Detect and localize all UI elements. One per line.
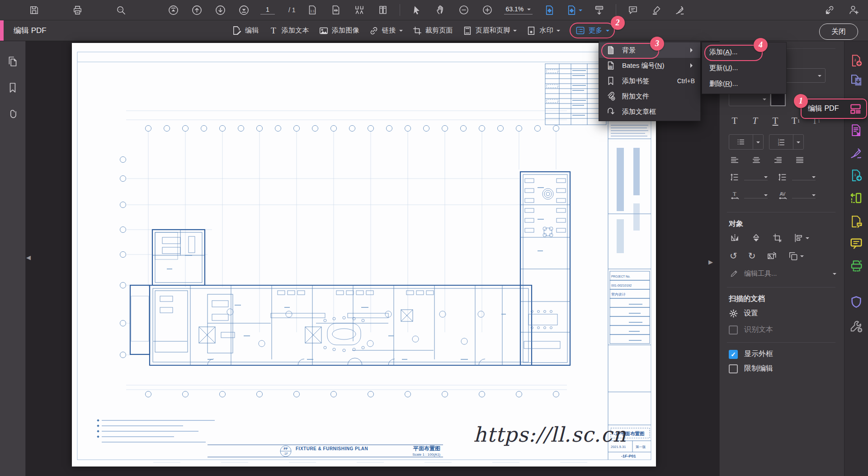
- last-page-icon[interactable]: [237, 3, 250, 17]
- link-button[interactable]: 链接: [369, 26, 403, 36]
- align-objects-button[interactable]: [793, 233, 809, 243]
- scan-ocr-tool-icon[interactable]: [849, 259, 863, 273]
- bold-button[interactable]: T: [726, 113, 743, 128]
- align-justify-icon[interactable]: [795, 155, 805, 165]
- share-icon[interactable]: [823, 3, 836, 17]
- expand-right-pane-icon[interactable]: ▶: [708, 259, 713, 265]
- edit-pdf-tool-callout[interactable]: 编辑 PDF 1: [801, 99, 867, 119]
- header-footer-button[interactable]: 页眉和页脚: [462, 26, 517, 36]
- two-page-view-icon[interactable]: [376, 3, 390, 17]
- recognize-text-checkbox[interactable]: [729, 325, 738, 335]
- edit-button[interactable]: 编辑: [231, 25, 259, 36]
- rotate-left-icon[interactable]: ↺: [730, 251, 737, 261]
- sign-tool-icon[interactable]: [673, 3, 687, 17]
- menu-item-add-article-box[interactable]: 添加文章框: [599, 104, 700, 119]
- search-icon[interactable]: [114, 3, 127, 17]
- crop-object-icon[interactable]: [772, 233, 783, 243]
- comment-tool-strip-icon[interactable]: [849, 236, 863, 250]
- menu-item-bates-numbering[interactable]: Bates 编号(N): [599, 58, 700, 73]
- menu-item-attach-file[interactable]: 附加文件: [599, 89, 700, 104]
- request-signatures-tool-icon[interactable]: [849, 215, 863, 228]
- align-left-icon[interactable]: [730, 155, 740, 165]
- mode-accent-bar: [0, 20, 4, 41]
- menu-shortcut: Ctrl+B: [677, 77, 695, 85]
- replace-image-icon[interactable]: [767, 251, 777, 261]
- zoom-level-select[interactable]: 63.1%: [504, 5, 533, 14]
- char-spacing-select[interactable]: [744, 192, 768, 198]
- previous-page-icon[interactable]: [190, 3, 203, 17]
- protect-tool-icon[interactable]: [849, 295, 863, 309]
- edit-pdf-toolbar: 编辑 PDF 编辑 添加文本 添加图像 链接 裁剪页面 页眉和页脚 水印: [0, 20, 868, 41]
- fit-one-page-icon[interactable]: [542, 3, 556, 17]
- flip-horizontal-icon[interactable]: [730, 233, 740, 243]
- hand-tool-icon[interactable]: [434, 3, 447, 17]
- select-tool-icon[interactable]: [410, 3, 424, 17]
- numbered-list-options[interactable]: [793, 135, 803, 149]
- bullet-list-button[interactable]: [729, 134, 764, 150]
- crop-icon: [412, 26, 422, 36]
- line-spacing-select[interactable]: [744, 174, 768, 180]
- attach-file-icon: [605, 91, 616, 101]
- arrange-objects-button[interactable]: [788, 251, 804, 261]
- kerning-select[interactable]: [792, 192, 816, 198]
- add-image-button[interactable]: 添加图像: [319, 26, 359, 36]
- page-display-options-icon[interactable]: [566, 3, 582, 17]
- show-outline-checkbox[interactable]: ✓: [729, 350, 738, 359]
- fit-visible-icon[interactable]: [353, 3, 366, 17]
- convert-pdf-tool-icon[interactable]: [849, 74, 863, 87]
- align-right-icon[interactable]: [773, 155, 783, 165]
- settings-button[interactable]: 设置: [744, 309, 758, 318]
- align-center-icon[interactable]: [751, 155, 761, 165]
- crop-pages-button[interactable]: 裁剪页面: [412, 26, 453, 36]
- bates-numbering-icon: [605, 61, 616, 71]
- paragraph-spacing-select[interactable]: [792, 174, 816, 180]
- redact-tool-icon[interactable]: [849, 123, 863, 137]
- save-icon[interactable]: [27, 3, 41, 17]
- more-tools-icon[interactable]: [849, 320, 863, 333]
- bookmarks-icon[interactable]: [7, 82, 19, 94]
- collapse-left-pane-icon[interactable]: ◀: [26, 254, 31, 261]
- organize-pages-tool-icon[interactable]: [849, 191, 863, 205]
- rotate-right-icon[interactable]: ↻: [748, 251, 756, 261]
- attachments-icon[interactable]: [7, 108, 19, 120]
- edit-tools-label[interactable]: 编辑工具...: [744, 269, 777, 278]
- next-page-icon[interactable]: [213, 3, 227, 17]
- edit-tools-dropdown[interactable]: [833, 273, 836, 277]
- actual-size-icon[interactable]: [306, 3, 319, 17]
- print-icon[interactable]: [71, 3, 84, 17]
- panel-divider: [727, 287, 835, 287]
- restrict-editing-checkbox[interactable]: [729, 364, 738, 373]
- zoom-in-icon[interactable]: [481, 3, 494, 17]
- page-thumbnails-icon[interactable]: [7, 56, 19, 67]
- bullet-list-options[interactable]: [753, 135, 763, 149]
- submenu-item-update[interactable]: 更新(U)...: [702, 60, 786, 76]
- create-pdf-tool-icon[interactable]: [849, 54, 863, 67]
- pdf-page[interactable]: PROJECT No. 001-00210192 室内设计 -1F平面布置图 2…: [72, 43, 656, 467]
- char-spacing-icon: [730, 190, 740, 200]
- add-text-button[interactable]: 添加文本: [269, 26, 309, 36]
- highlighter-tool-icon[interactable]: [650, 3, 663, 17]
- more-button[interactable]: 更多 2: [570, 23, 615, 38]
- flip-vertical-icon[interactable]: [751, 233, 761, 243]
- submenu-item-delete[interactable]: 删除(R)...: [702, 76, 786, 92]
- first-page-icon[interactable]: [166, 3, 180, 17]
- zoom-out-icon[interactable]: [457, 3, 471, 17]
- italic-button[interactable]: T: [746, 113, 764, 128]
- comment-tool-icon[interactable]: [626, 3, 640, 17]
- numbered-list-button[interactable]: [769, 134, 804, 150]
- underline-button[interactable]: T: [767, 113, 784, 128]
- image-icon: [319, 26, 329, 36]
- fill-sign-tool-icon[interactable]: [849, 146, 863, 160]
- add-user-icon[interactable]: [847, 3, 861, 17]
- menu-item-add-bookmark[interactable]: 添加书签 Ctrl+B: [599, 73, 700, 89]
- dock-toolbar-icon[interactable]: [592, 3, 606, 17]
- watermark-button[interactable]: 水印: [526, 26, 560, 36]
- fit-width-icon[interactable]: [329, 3, 343, 17]
- export-pdf-tool-icon[interactable]: [849, 169, 863, 182]
- page-number-input[interactable]: 1: [260, 6, 275, 14]
- submenu-item-add[interactable]: 添加(A)... 4: [702, 44, 786, 60]
- numbered-list-icon: [776, 137, 786, 147]
- menu-item-background[interactable]: 背景 3: [599, 42, 700, 58]
- plan-title-zh: 平面布置图: [413, 445, 440, 452]
- close-button[interactable]: 关闭: [819, 24, 858, 40]
